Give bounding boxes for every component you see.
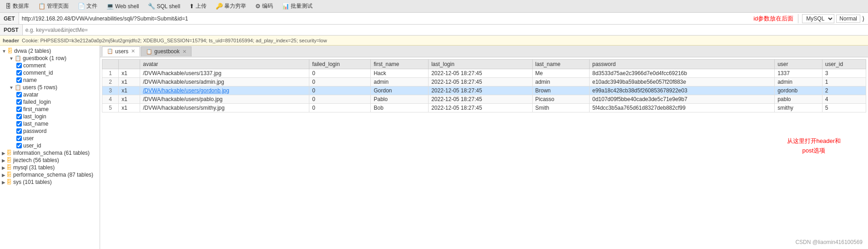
- sidebar-field-avatar[interactable]: avatar: [15, 91, 100, 98]
- sidebar-field-last-name[interactable]: last_name: [15, 120, 100, 127]
- sidebar-item-sys[interactable]: ▶ 🗄 sys (101 tables): [0, 178, 100, 186]
- toolbar-sqlshell-btn[interactable]: 🔧 SQL shell: [145, 2, 183, 10]
- sidebar-jieztech-label: jieztech (56 tables): [13, 157, 59, 163]
- sidebar-item-users[interactable]: ▼ 📋 users (5 rows): [7, 84, 100, 91]
- file-icon: 📄: [78, 3, 85, 10]
- toolbar-batch-btn[interactable]: 📊 批量测试: [279, 1, 315, 11]
- sidebar-users-fields: avatar failed_login first_name last_logi…: [7, 91, 100, 149]
- tab-users-label: users: [115, 48, 128, 55]
- table-row: 3x1/DVWA/hackable/users/gordonb.jpg0Gord…: [102, 86, 866, 95]
- col-failed-login: failed_login: [309, 60, 371, 69]
- sidebar-field-comment-id[interactable]: comment_id: [15, 69, 100, 76]
- table-row: 5x1/DVWA/hackable/users/smithy.jpg0Bob20…: [102, 104, 866, 112]
- checkbox-name[interactable]: [16, 77, 22, 83]
- sidebar-item-mysql[interactable]: ▶ 🗄 mysql (31 tables): [0, 164, 100, 171]
- toolbar-admin-label: 管理页面: [47, 2, 69, 10]
- sidebar-field-first-name[interactable]: first_name: [15, 106, 100, 113]
- sidebar-dvwa-label: dvwa (2 tables): [14, 48, 51, 54]
- col-user: user: [775, 60, 823, 69]
- cell-last-name: admin: [532, 78, 589, 86]
- cell-rownum: 1: [102, 69, 119, 78]
- db-type-select[interactable]: MySQL: [802, 14, 834, 23]
- checkbox-avatar[interactable]: [16, 92, 22, 97]
- toolbar-sqlshell-label: SQL shell: [156, 3, 180, 10]
- cell-x: x1: [119, 69, 140, 78]
- checkbox-first-name[interactable]: [16, 107, 22, 112]
- col-avatar: avatar: [140, 60, 309, 69]
- checkbox-failed-login[interactable]: [16, 99, 22, 105]
- admin-icon: 📋: [38, 3, 45, 10]
- sidebar-field-failed-login[interactable]: failed_login: [15, 98, 100, 106]
- main-area: ▼ 🗄 dvwa (2 tables) ▼ 📋 guestbook (1 row…: [0, 46, 868, 249]
- users-table-icon: 📋: [15, 84, 21, 91]
- cell-user-id: 3: [822, 69, 866, 78]
- sidebar-item-guestbook[interactable]: ▼ 📋 guestbook (1 row): [7, 55, 100, 62]
- sidebar-field-user[interactable]: user: [15, 135, 100, 142]
- expand-icon[interactable]: ⟩: [862, 15, 864, 22]
- watermark: CSDN @liaomin416100569: [795, 239, 863, 245]
- field-last-name-label: last_name: [23, 121, 48, 127]
- checkbox-comment[interactable]: [16, 63, 22, 68]
- url-input[interactable]: [19, 15, 749, 23]
- toolbar-bruteforce-label: 暴力穷举: [224, 2, 246, 10]
- encode-icon: ⚙: [255, 3, 261, 10]
- toolbar-encode-label: 编码: [262, 2, 273, 10]
- checkbox-last-login[interactable]: [16, 114, 22, 119]
- sqlshell-icon: 🔧: [148, 3, 155, 10]
- tab-guestbook[interactable]: 📋 guestbook ✕: [141, 46, 191, 56]
- checkbox-password[interactable]: [16, 128, 22, 134]
- toolbar-admin-btn[interactable]: 📋 管理页面: [35, 1, 71, 11]
- tab-users[interactable]: 📋 users ✕: [102, 46, 140, 56]
- get-method-label: GET: [0, 13, 19, 24]
- sidebar-field-user-id[interactable]: user_id: [15, 142, 100, 149]
- sidebar-item-dvwa[interactable]: ▼ 🗄 dvwa (2 tables): [0, 47, 100, 55]
- post-input[interactable]: [23, 26, 868, 34]
- field-user-label: user: [23, 135, 34, 142]
- cell-first-name: Pablo: [371, 95, 429, 104]
- sidebar-field-name[interactable]: name: [15, 76, 100, 84]
- toolbar-upload-btn[interactable]: ⬆ 上传: [187, 1, 209, 11]
- cell-rownum: 2: [102, 78, 119, 86]
- field-password-label: password: [23, 128, 46, 134]
- sidebar-field-last-login[interactable]: last_login: [15, 113, 100, 120]
- toolbar-webshell-label: Web shell: [115, 3, 139, 10]
- toolbar-database-btn[interactable]: 🗄 数据库: [3, 1, 32, 11]
- col-first-name: first_name: [371, 60, 429, 69]
- sidebar-item-performance-schema[interactable]: ▶ 🗄 performance_schema (87 tables): [0, 171, 100, 178]
- cell-last-name: Me: [532, 69, 589, 78]
- sidebar-field-password[interactable]: password: [15, 127, 100, 135]
- sidebar-users-label: users (5 rows): [23, 84, 57, 91]
- toolbar-file-btn[interactable]: 📄 文件: [75, 1, 100, 11]
- cell-failed-login: 0: [309, 69, 371, 78]
- sidebar-item-information-schema[interactable]: ▶ 🗄 information_schema (61 tables): [0, 149, 100, 157]
- cell-avatar: /DVWA/hackable/users/gordonb.jpg: [140, 86, 309, 95]
- cell-rownum: 3: [102, 86, 119, 95]
- cell-user: admin: [775, 78, 823, 86]
- cell-avatar: /DVWA/hackable/users/admin.jpg: [140, 78, 309, 86]
- table-row: 1x1/DVWA/hackable/users/1337.jpg0Hack202…: [102, 69, 866, 78]
- sidebar-mysql-label: mysql (31 tables): [13, 164, 55, 171]
- cell-x: x1: [119, 104, 140, 112]
- tab-guestbook-label: guestbook: [154, 48, 179, 55]
- toolbar-webshell-btn[interactable]: 💻 Web shell: [104, 2, 141, 10]
- checkbox-user-id[interactable]: [16, 143, 22, 148]
- dvwa-db-icon: 🗄: [7, 48, 13, 54]
- toolbar-bruteforce-btn[interactable]: 🔑 暴力穷举: [213, 1, 249, 11]
- jieztech-icon: 🗄: [6, 157, 12, 163]
- checkbox-last-name[interactable]: [16, 121, 22, 127]
- upload-icon: ⬆: [189, 3, 194, 10]
- expand-users-icon: ▼: [9, 85, 14, 90]
- sidebar-field-comment[interactable]: comment: [15, 62, 100, 69]
- cell-password: 0d107d09f5bbe40cade3de5c71e9e9b7: [589, 95, 774, 104]
- sidebar-item-jieztech[interactable]: ▶ 🗄 jieztech (56 tables): [0, 157, 100, 164]
- checkbox-comment-id[interactable]: [16, 70, 22, 76]
- tab-users-close[interactable]: ✕: [131, 48, 135, 54]
- cell-last-login: 2022-12-05 18:27:45: [429, 78, 532, 86]
- info-schema-icon: 🗄: [6, 150, 12, 156]
- toolbar-encode-btn[interactable]: ⚙ 编码: [252, 1, 276, 11]
- cell-x: x1: [119, 86, 140, 95]
- cell-failed-login: 0: [309, 104, 371, 112]
- header-value: Cookie: PHPSESSID=k3e212a0a0p2mj5kut2gmj…: [22, 38, 327, 43]
- checkbox-user[interactable]: [16, 136, 22, 141]
- tab-guestbook-close[interactable]: ✕: [182, 49, 187, 55]
